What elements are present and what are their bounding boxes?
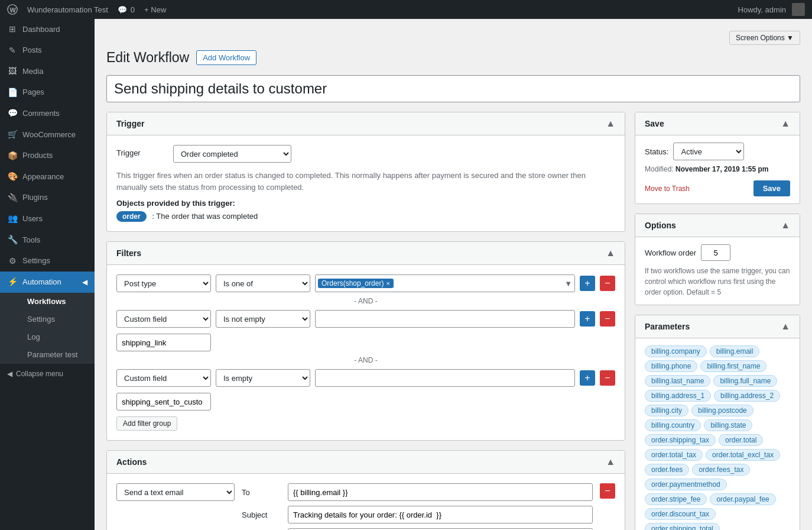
sidebar-item-posts[interactable]: ✎ Posts xyxy=(0,40,95,62)
param-tag-billing-state[interactable]: billing.state xyxy=(704,419,752,431)
param-tag-order-fees[interactable]: order.fees xyxy=(645,464,689,476)
param-tag-order-shipping_total[interactable]: order.shipping_total xyxy=(645,523,720,530)
workflow-order-input[interactable] xyxy=(701,244,730,261)
admin-bar: W Wunderautomation Test 💬 0 + New Howdy,… xyxy=(0,0,812,19)
move-to-trash-link[interactable]: Move to Trash xyxy=(645,185,690,193)
content-sidebar: Save ▲ Status: Active Inactive Draft Mod… xyxy=(635,112,800,530)
filter1-add-button[interactable]: + xyxy=(580,276,595,291)
sidebar-item-woocommerce[interactable]: 🛒 WooCommerce xyxy=(0,124,95,146)
filter2-field-select[interactable]: Custom field Post type xyxy=(116,310,211,328)
param-tag-order-paymentmethod[interactable]: order.paymentmethod xyxy=(645,479,727,490)
submenu-log[interactable]: Log xyxy=(18,328,95,346)
param-tag-order-shipping_tax[interactable]: order.shipping_tax xyxy=(645,434,716,446)
users-icon: 👥 xyxy=(7,213,18,225)
sidebar-item-media[interactable]: 🖼 Media xyxy=(0,61,95,82)
filters-panel-toggle[interactable]: ▲ xyxy=(606,248,615,258)
param-tag-billing-email[interactable]: billing.email xyxy=(710,345,760,357)
trigger-panel-toggle[interactable]: ▲ xyxy=(606,118,615,129)
status-select[interactable]: Active Inactive Draft xyxy=(673,143,744,160)
filter1-tag-remove[interactable]: × xyxy=(386,280,389,287)
param-tag-billing-city[interactable]: billing.city xyxy=(645,405,688,416)
sidebar-item-users[interactable]: 👥 Users xyxy=(0,208,95,230)
param-tag-billing-company[interactable]: billing.company xyxy=(645,345,707,357)
appearance-icon: 🎨 xyxy=(7,171,18,183)
filter2-add-button[interactable]: + xyxy=(580,311,595,327)
comments-link[interactable]: 💬 0 xyxy=(118,5,135,14)
filter1-tag-input[interactable] xyxy=(396,279,564,287)
param-tag-billing-first_name[interactable]: billing.first_name xyxy=(700,360,766,372)
sidebar-item-dashboard[interactable]: ⊞ Dashboard xyxy=(0,19,95,40)
action-type-select[interactable]: Send a text email Send HTML email Update… xyxy=(116,483,235,501)
submenu-parameter-test[interactable]: Parameter test xyxy=(18,346,95,364)
site-name[interactable]: Wunderautomation Test xyxy=(27,5,108,14)
filter1-field-select[interactable]: Post type Custom field xyxy=(116,274,211,292)
param-tag-order-paypal_fee[interactable]: order.paypal_fee xyxy=(710,493,775,505)
filter2-remove-button[interactable]: − xyxy=(600,311,615,327)
screen-options-button[interactable]: Screen Options ▼ xyxy=(729,31,800,45)
save-panel-toggle[interactable]: ▲ xyxy=(781,118,790,129)
filter3-operator-select[interactable]: Is empty Is not empty Is one of xyxy=(216,369,310,387)
filter1-chevron-icon[interactable]: ▼ xyxy=(564,279,572,288)
sidebar-item-comments[interactable]: 💬 Comments xyxy=(0,103,95,124)
filter3-remove-button[interactable]: − xyxy=(600,370,615,386)
save-panel-body: Status: Active Inactive Draft Modified: … xyxy=(635,135,800,203)
new-content[interactable]: + New xyxy=(144,5,166,14)
posts-icon: ✎ xyxy=(7,45,18,57)
actions-panel-toggle[interactable]: ▲ xyxy=(606,457,615,467)
action-to-row: To xyxy=(242,483,593,501)
filter2-operator-select[interactable]: Is not empty Is one of Is empty xyxy=(216,310,310,328)
page-header: Edit Workflow Add Workflow xyxy=(106,50,800,66)
sidebar-item-tools[interactable]: 🔧 Tools xyxy=(0,230,95,251)
filter3-field-select[interactable]: Custom field Post type xyxy=(116,369,211,387)
sidebar-item-products[interactable]: 📦 Products xyxy=(0,146,95,167)
filter1-operator-select[interactable]: Is one of Is not one of Is empty Is not … xyxy=(216,274,310,292)
param-tag-order-fees_tax[interactable]: order.fees_tax xyxy=(692,464,750,476)
param-tag-order-total_excl_tax[interactable]: order.total_excl_tax xyxy=(706,449,780,461)
sidebar-item-pages[interactable]: 📄 Pages xyxy=(0,82,95,104)
param-tag-billing-address_2[interactable]: billing.address_2 xyxy=(714,390,780,402)
param-tag-order-stripe_fee[interactable]: order.stripe_fee xyxy=(645,493,707,505)
filter3-value-input[interactable] xyxy=(315,369,575,387)
param-tag-order-total[interactable]: order.total xyxy=(719,434,763,446)
filter-row-1: Post type Custom field Is one of Is not … xyxy=(116,274,615,292)
param-tag-billing-postcode[interactable]: billing.postcode xyxy=(691,405,753,416)
filter3-add-button[interactable]: + xyxy=(580,370,595,386)
filter-row-2: Custom field Post type Is not empty Is o… xyxy=(116,310,615,328)
param-tag-billing-address_1[interactable]: billing.address_1 xyxy=(645,390,711,402)
wp-logo[interactable]: W xyxy=(7,4,18,15)
workflow-title-input[interactable] xyxy=(106,75,800,102)
param-tag-order-discount_tax[interactable]: order.discount_tax xyxy=(645,508,716,520)
filter1-value-container[interactable]: Orders(shop_order) × ▼ xyxy=(315,274,575,292)
comments-icon: 💬 xyxy=(7,108,18,119)
options-panel-toggle[interactable]: ▲ xyxy=(781,220,790,231)
actions-panel: Actions ▲ Send a text email Send HTML em… xyxy=(106,450,625,530)
param-tag-billing-last_name[interactable]: billing.last_name xyxy=(645,375,710,387)
action-remove-button[interactable]: − xyxy=(600,483,615,499)
sidebar-item-settings[interactable]: ⚙ Settings xyxy=(0,251,95,272)
param-tag-billing-country[interactable]: billing.country xyxy=(645,419,701,431)
filter3-custom-field-input[interactable] xyxy=(116,393,211,411)
filter2-value-input[interactable] xyxy=(315,310,575,328)
trigger-select[interactable]: Order completed xyxy=(173,145,291,163)
submenu-settings[interactable]: Settings xyxy=(18,311,95,328)
action-subject-input[interactable] xyxy=(288,506,593,523)
filter2-custom-field-input[interactable] xyxy=(116,334,211,351)
param-tag-billing-full_name[interactable]: billing.full_name xyxy=(713,375,777,387)
plugins-icon: 🔌 xyxy=(7,192,18,204)
filter1-remove-button[interactable]: − xyxy=(600,276,615,291)
parameters-panel-toggle[interactable]: ▲ xyxy=(781,321,790,332)
status-label: Status: xyxy=(645,147,668,156)
action-to-input[interactable] xyxy=(288,483,593,501)
add-filter-group-button[interactable]: Add filter group xyxy=(116,416,177,431)
param-tag-billing-phone[interactable]: billing.phone xyxy=(645,360,697,372)
sidebar-item-automation[interactable]: ⚡ Automation ◀ xyxy=(0,272,95,293)
filter1-tag-orders[interactable]: Orders(shop_order) × xyxy=(318,279,394,288)
collapse-menu-button[interactable]: ◀ Collapse menu xyxy=(0,364,95,384)
param-tag-order-total_tax[interactable]: order.total_tax xyxy=(645,449,703,461)
sidebar-item-appearance[interactable]: 🎨 Appearance xyxy=(0,166,95,188)
filter-group-1: Post type Custom field Is one of Is not … xyxy=(116,274,615,292)
submenu-workflows[interactable]: Workflows xyxy=(18,293,95,311)
save-button[interactable]: Save xyxy=(753,180,790,196)
add-workflow-button[interactable]: Add Workflow xyxy=(196,50,256,65)
sidebar-item-plugins[interactable]: 🔌 Plugins xyxy=(0,188,95,209)
